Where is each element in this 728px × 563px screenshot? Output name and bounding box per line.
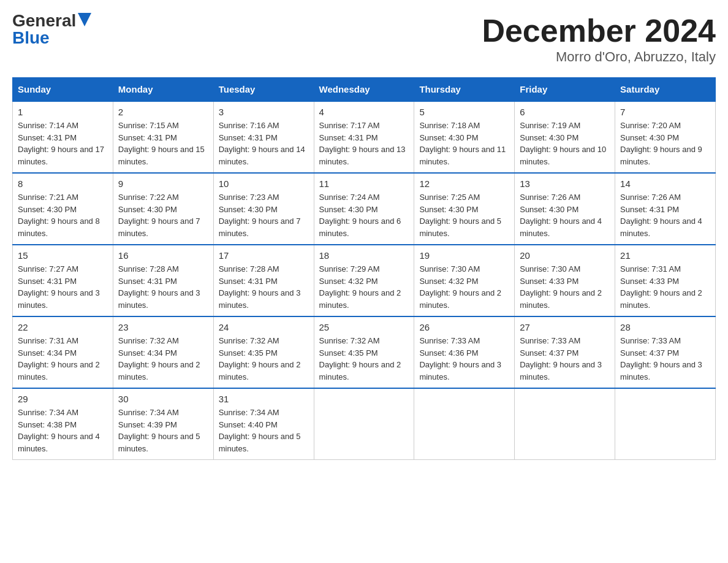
calendar-cell: 14 Sunrise: 7:26 AMSunset: 4:31 PMDaylig… <box>615 173 716 245</box>
header-monday: Monday <box>113 78 213 102</box>
calendar-cell: 11 Sunrise: 7:24 AMSunset: 4:30 PMDaylig… <box>314 173 414 245</box>
calendar-cell: 16 Sunrise: 7:28 AMSunset: 4:31 PMDaylig… <box>113 245 213 316</box>
day-info: Sunrise: 7:19 AMSunset: 4:30 PMDaylight:… <box>520 120 610 167</box>
calendar-cell: 10 Sunrise: 7:23 AMSunset: 4:30 PMDaylig… <box>213 173 314 245</box>
calendar-cell: 6 Sunrise: 7:19 AMSunset: 4:30 PMDayligh… <box>515 101 615 173</box>
day-info: Sunrise: 7:17 AMSunset: 4:31 PMDaylight:… <box>319 120 409 167</box>
day-info: Sunrise: 7:21 AMSunset: 4:30 PMDaylight:… <box>18 191 108 239</box>
day-number: 27 <box>520 322 610 332</box>
day-info: Sunrise: 7:24 AMSunset: 4:30 PMDaylight:… <box>319 191 409 239</box>
calendar-cell: 29 Sunrise: 7:34 AMSunset: 4:38 PMDaylig… <box>13 388 113 460</box>
day-number: 24 <box>219 322 309 332</box>
day-info: Sunrise: 7:33 AMSunset: 4:36 PMDaylight:… <box>419 335 509 383</box>
week-row-3: 15 Sunrise: 7:27 AMSunset: 4:31 PMDaylig… <box>13 245 716 316</box>
calendar-cell <box>314 388 414 460</box>
day-number: 17 <box>219 250 309 261</box>
calendar-cell: 13 Sunrise: 7:26 AMSunset: 4:30 PMDaylig… <box>515 173 615 245</box>
day-number: 21 <box>620 250 710 261</box>
calendar-cell: 9 Sunrise: 7:22 AMSunset: 4:30 PMDayligh… <box>113 173 213 245</box>
calendar-cell: 1 Sunrise: 7:14 AMSunset: 4:31 PMDayligh… <box>13 101 113 173</box>
day-info: Sunrise: 7:18 AMSunset: 4:30 PMDaylight:… <box>419 120 509 167</box>
day-info: Sunrise: 7:30 AMSunset: 4:33 PMDaylight:… <box>520 263 610 311</box>
calendar-cell: 30 Sunrise: 7:34 AMSunset: 4:39 PMDaylig… <box>113 388 213 460</box>
header-tuesday: Tuesday <box>213 78 314 102</box>
page-header: General Blue December 2024 Morro d'Oro, … <box>12 12 716 65</box>
day-info: Sunrise: 7:30 AMSunset: 4:32 PMDaylight:… <box>419 263 509 311</box>
day-number: 22 <box>18 322 108 332</box>
header-wednesday: Wednesday <box>314 78 414 102</box>
day-number: 4 <box>319 107 409 117</box>
logo-general-text: General <box>12 12 76 29</box>
day-info: Sunrise: 7:32 AMSunset: 4:35 PMDaylight:… <box>319 335 409 383</box>
day-number: 6 <box>520 107 610 117</box>
day-info: Sunrise: 7:28 AMSunset: 4:31 PMDaylight:… <box>118 263 208 311</box>
calendar-cell: 12 Sunrise: 7:25 AMSunset: 4:30 PMDaylig… <box>414 173 515 245</box>
day-number: 10 <box>219 178 309 189</box>
calendar-cell <box>414 388 515 460</box>
day-number: 20 <box>520 250 610 261</box>
day-info: Sunrise: 7:16 AMSunset: 4:31 PMDaylight:… <box>219 120 309 167</box>
calendar-cell: 31 Sunrise: 7:34 AMSunset: 4:40 PMDaylig… <box>213 388 314 460</box>
day-info: Sunrise: 7:23 AMSunset: 4:30 PMDaylight:… <box>219 191 309 239</box>
day-number: 3 <box>219 107 309 117</box>
calendar-cell: 19 Sunrise: 7:30 AMSunset: 4:32 PMDaylig… <box>414 245 515 316</box>
calendar-cell: 5 Sunrise: 7:18 AMSunset: 4:30 PMDayligh… <box>414 101 515 173</box>
day-number: 9 <box>118 178 208 189</box>
day-info: Sunrise: 7:32 AMSunset: 4:34 PMDaylight:… <box>118 335 208 383</box>
svg-marker-0 <box>78 13 91 26</box>
day-info: Sunrise: 7:33 AMSunset: 4:37 PMDaylight:… <box>520 335 610 383</box>
day-info: Sunrise: 7:27 AMSunset: 4:31 PMDaylight:… <box>18 263 108 311</box>
calendar-cell: 27 Sunrise: 7:33 AMSunset: 4:37 PMDaylig… <box>515 316 615 388</box>
title-section: December 2024 Morro d'Oro, Abruzzo, Ital… <box>482 12 716 65</box>
week-row-2: 8 Sunrise: 7:21 AMSunset: 4:30 PMDayligh… <box>13 173 716 245</box>
calendar-cell: 23 Sunrise: 7:32 AMSunset: 4:34 PMDaylig… <box>113 316 213 388</box>
day-number: 12 <box>419 178 509 189</box>
calendar-cell: 28 Sunrise: 7:33 AMSunset: 4:37 PMDaylig… <box>615 316 716 388</box>
day-info: Sunrise: 7:14 AMSunset: 4:31 PMDaylight:… <box>18 120 108 167</box>
logo-blue-text: Blue <box>12 29 50 47</box>
calendar-cell: 4 Sunrise: 7:17 AMSunset: 4:31 PMDayligh… <box>314 101 414 173</box>
month-title: December 2024 <box>482 12 716 49</box>
calendar-cell: 2 Sunrise: 7:15 AMSunset: 4:31 PMDayligh… <box>113 101 213 173</box>
day-number: 29 <box>18 394 108 404</box>
day-info: Sunrise: 7:20 AMSunset: 4:30 PMDaylight:… <box>620 120 710 167</box>
week-row-1: 1 Sunrise: 7:14 AMSunset: 4:31 PMDayligh… <box>13 101 716 173</box>
day-number: 23 <box>118 322 208 332</box>
day-number: 18 <box>319 250 409 261</box>
day-number: 28 <box>620 322 710 332</box>
day-number: 19 <box>419 250 509 261</box>
day-number: 16 <box>118 250 208 261</box>
calendar-table: SundayMondayTuesdayWednesdayThursdayFrid… <box>12 77 716 460</box>
calendar-cell <box>615 388 716 460</box>
calendar-cell: 8 Sunrise: 7:21 AMSunset: 4:30 PMDayligh… <box>13 173 113 245</box>
day-number: 1 <box>18 107 108 117</box>
day-number: 31 <box>219 394 309 404</box>
calendar-cell: 20 Sunrise: 7:30 AMSunset: 4:33 PMDaylig… <box>515 245 615 316</box>
calendar-cell: 18 Sunrise: 7:29 AMSunset: 4:32 PMDaylig… <box>314 245 414 316</box>
day-info: Sunrise: 7:33 AMSunset: 4:37 PMDaylight:… <box>620 335 710 383</box>
day-number: 25 <box>319 322 409 332</box>
day-number: 8 <box>18 178 108 189</box>
logo: General Blue <box>12 12 91 47</box>
header-friday: Friday <box>515 78 615 102</box>
calendar-cell: 22 Sunrise: 7:31 AMSunset: 4:34 PMDaylig… <box>13 316 113 388</box>
day-info: Sunrise: 7:34 AMSunset: 4:40 PMDaylight:… <box>219 407 309 454</box>
day-info: Sunrise: 7:31 AMSunset: 4:34 PMDaylight:… <box>18 335 108 383</box>
calendar-cell: 24 Sunrise: 7:32 AMSunset: 4:35 PMDaylig… <box>213 316 314 388</box>
day-number: 2 <box>118 107 208 117</box>
calendar-cell <box>515 388 615 460</box>
calendar-header-row: SundayMondayTuesdayWednesdayThursdayFrid… <box>13 78 716 102</box>
day-info: Sunrise: 7:34 AMSunset: 4:38 PMDaylight:… <box>18 407 108 454</box>
day-info: Sunrise: 7:26 AMSunset: 4:30 PMDaylight:… <box>520 191 610 239</box>
day-info: Sunrise: 7:22 AMSunset: 4:30 PMDaylight:… <box>118 191 208 239</box>
day-info: Sunrise: 7:31 AMSunset: 4:33 PMDaylight:… <box>620 263 710 311</box>
day-info: Sunrise: 7:32 AMSunset: 4:35 PMDaylight:… <box>219 335 309 383</box>
calendar-cell: 17 Sunrise: 7:28 AMSunset: 4:31 PMDaylig… <box>213 245 314 316</box>
day-info: Sunrise: 7:29 AMSunset: 4:32 PMDaylight:… <box>319 263 409 311</box>
calendar-cell: 15 Sunrise: 7:27 AMSunset: 4:31 PMDaylig… <box>13 245 113 316</box>
calendar-cell: 3 Sunrise: 7:16 AMSunset: 4:31 PMDayligh… <box>213 101 314 173</box>
calendar-cell: 26 Sunrise: 7:33 AMSunset: 4:36 PMDaylig… <box>414 316 515 388</box>
calendar-cell: 21 Sunrise: 7:31 AMSunset: 4:33 PMDaylig… <box>615 245 716 316</box>
day-info: Sunrise: 7:34 AMSunset: 4:39 PMDaylight:… <box>118 407 208 454</box>
week-row-5: 29 Sunrise: 7:34 AMSunset: 4:38 PMDaylig… <box>13 388 716 460</box>
